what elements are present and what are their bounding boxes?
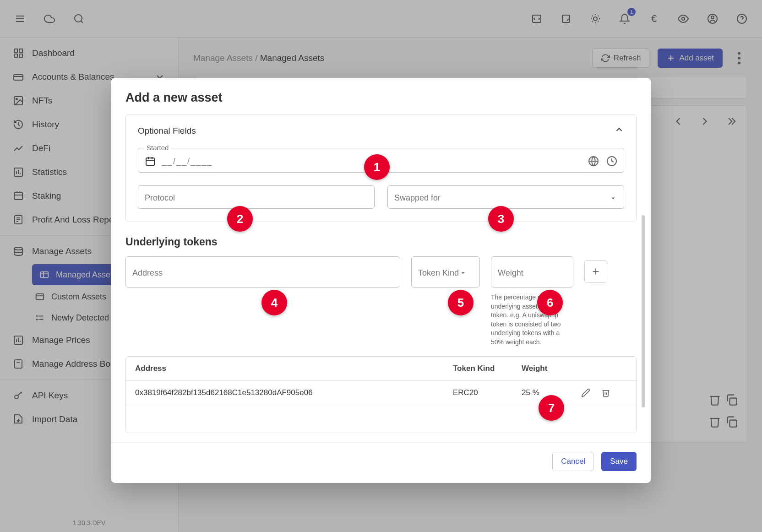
underlying-address-field[interactable]: Address (125, 256, 400, 288)
annotation-1: 1 (364, 154, 390, 180)
protocol-field[interactable]: Protocol (138, 185, 375, 209)
underlying-kind-field[interactable]: Token Kind (411, 256, 480, 288)
annotation-7: 7 (539, 395, 564, 421)
cancel-button[interactable]: Cancel (552, 452, 594, 471)
annotation-2: 2 (227, 206, 253, 232)
edit-icon[interactable] (581, 388, 590, 397)
add-asset-modal: Add a new asset Optional Fields Started … (111, 78, 651, 483)
scrollbar[interactable] (642, 215, 645, 407)
modal-overlay[interactable]: Add a new asset Optional Fields Started … (0, 0, 762, 532)
annotation-3: 3 (488, 206, 514, 232)
globe-icon[interactable] (588, 156, 599, 167)
underlying-weight-field[interactable]: Weight (491, 256, 573, 288)
swapped-for-field[interactable]: Swapped for (387, 185, 624, 209)
svg-rect-65 (146, 158, 154, 165)
save-button[interactable]: Save (601, 452, 637, 471)
annotation-5: 5 (448, 290, 474, 315)
delete-icon[interactable] (601, 388, 610, 397)
dropdown-icon (459, 269, 467, 277)
modal-title: Add a new asset (111, 78, 651, 114)
annotation-4: 4 (261, 290, 287, 315)
dropdown-icon (609, 194, 617, 202)
clock-icon[interactable] (606, 156, 617, 167)
add-underlying-button[interactable] (584, 260, 607, 283)
underlying-table: Address Token Kind Weight 0x3819f64f282b… (125, 356, 637, 433)
collapse-icon[interactable] (614, 125, 624, 137)
underlying-title: Underlying tokens (125, 236, 637, 248)
calendar-icon (145, 156, 156, 167)
annotation-6: 6 (537, 290, 563, 315)
